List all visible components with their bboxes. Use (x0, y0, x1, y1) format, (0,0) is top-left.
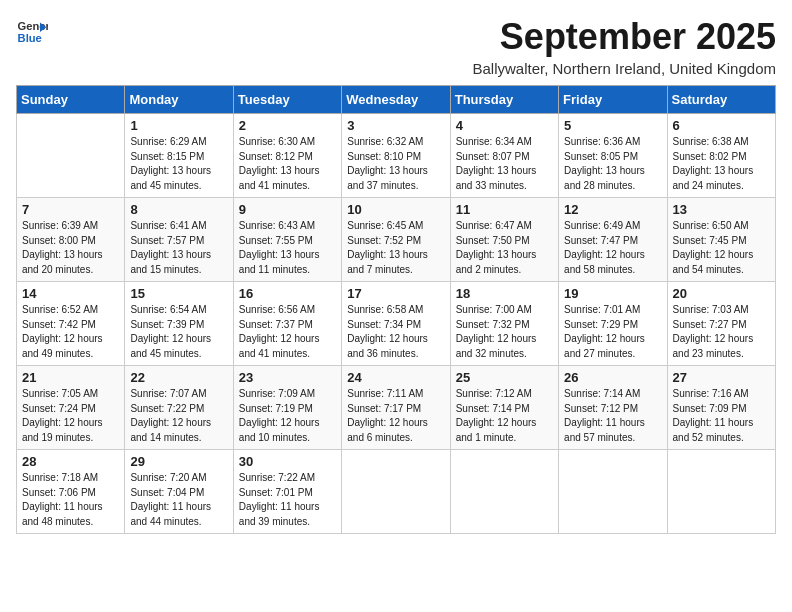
day-info: Sunrise: 6:50 AM Sunset: 7:45 PM Dayligh… (673, 219, 770, 277)
day-number: 25 (456, 370, 553, 385)
day-info: Sunrise: 6:58 AM Sunset: 7:34 PM Dayligh… (347, 303, 444, 361)
day-number: 15 (130, 286, 227, 301)
title-block: September 2025 Ballywalter, Northern Ire… (473, 16, 777, 77)
day-info: Sunrise: 7:01 AM Sunset: 7:29 PM Dayligh… (564, 303, 661, 361)
day-cell (342, 450, 450, 534)
col-header-sunday: Sunday (17, 86, 125, 114)
day-info: Sunrise: 7:14 AM Sunset: 7:12 PM Dayligh… (564, 387, 661, 445)
day-info: Sunrise: 6:36 AM Sunset: 8:05 PM Dayligh… (564, 135, 661, 193)
col-header-thursday: Thursday (450, 86, 558, 114)
day-cell: 16Sunrise: 6:56 AM Sunset: 7:37 PM Dayli… (233, 282, 341, 366)
day-number: 13 (673, 202, 770, 217)
day-number: 22 (130, 370, 227, 385)
day-cell: 6Sunrise: 6:38 AM Sunset: 8:02 PM Daylig… (667, 114, 775, 198)
day-number: 8 (130, 202, 227, 217)
day-number: 16 (239, 286, 336, 301)
day-cell: 22Sunrise: 7:07 AM Sunset: 7:22 PM Dayli… (125, 366, 233, 450)
day-cell: 30Sunrise: 7:22 AM Sunset: 7:01 PM Dayli… (233, 450, 341, 534)
day-number: 4 (456, 118, 553, 133)
day-cell: 24Sunrise: 7:11 AM Sunset: 7:17 PM Dayli… (342, 366, 450, 450)
day-cell: 18Sunrise: 7:00 AM Sunset: 7:32 PM Dayli… (450, 282, 558, 366)
col-header-monday: Monday (125, 86, 233, 114)
day-cell: 25Sunrise: 7:12 AM Sunset: 7:14 PM Dayli… (450, 366, 558, 450)
day-number: 28 (22, 454, 119, 469)
day-cell: 14Sunrise: 6:52 AM Sunset: 7:42 PM Dayli… (17, 282, 125, 366)
day-info: Sunrise: 7:05 AM Sunset: 7:24 PM Dayligh… (22, 387, 119, 445)
page-header: General Blue September 2025 Ballywalter,… (16, 16, 776, 77)
day-number: 17 (347, 286, 444, 301)
day-cell (559, 450, 667, 534)
day-info: Sunrise: 7:12 AM Sunset: 7:14 PM Dayligh… (456, 387, 553, 445)
day-info: Sunrise: 6:45 AM Sunset: 7:52 PM Dayligh… (347, 219, 444, 277)
day-cell: 2Sunrise: 6:30 AM Sunset: 8:12 PM Daylig… (233, 114, 341, 198)
day-cell: 21Sunrise: 7:05 AM Sunset: 7:24 PM Dayli… (17, 366, 125, 450)
day-number: 7 (22, 202, 119, 217)
day-info: Sunrise: 6:32 AM Sunset: 8:10 PM Dayligh… (347, 135, 444, 193)
day-info: Sunrise: 7:16 AM Sunset: 7:09 PM Dayligh… (673, 387, 770, 445)
col-header-tuesday: Tuesday (233, 86, 341, 114)
day-info: Sunrise: 6:30 AM Sunset: 8:12 PM Dayligh… (239, 135, 336, 193)
day-cell: 17Sunrise: 6:58 AM Sunset: 7:34 PM Dayli… (342, 282, 450, 366)
day-number: 26 (564, 370, 661, 385)
day-cell: 7Sunrise: 6:39 AM Sunset: 8:00 PM Daylig… (17, 198, 125, 282)
day-info: Sunrise: 6:52 AM Sunset: 7:42 PM Dayligh… (22, 303, 119, 361)
day-cell: 23Sunrise: 7:09 AM Sunset: 7:19 PM Dayli… (233, 366, 341, 450)
day-cell: 10Sunrise: 6:45 AM Sunset: 7:52 PM Dayli… (342, 198, 450, 282)
week-row-2: 7Sunrise: 6:39 AM Sunset: 8:00 PM Daylig… (17, 198, 776, 282)
day-cell (450, 450, 558, 534)
logo-icon: General Blue (16, 16, 48, 48)
col-header-friday: Friday (559, 86, 667, 114)
svg-text:Blue: Blue (18, 32, 42, 44)
day-cell (17, 114, 125, 198)
day-info: Sunrise: 6:39 AM Sunset: 8:00 PM Dayligh… (22, 219, 119, 277)
day-number: 18 (456, 286, 553, 301)
day-cell: 28Sunrise: 7:18 AM Sunset: 7:06 PM Dayli… (17, 450, 125, 534)
day-number: 19 (564, 286, 661, 301)
col-header-wednesday: Wednesday (342, 86, 450, 114)
day-cell: 3Sunrise: 6:32 AM Sunset: 8:10 PM Daylig… (342, 114, 450, 198)
day-cell: 13Sunrise: 6:50 AM Sunset: 7:45 PM Dayli… (667, 198, 775, 282)
day-info: Sunrise: 7:18 AM Sunset: 7:06 PM Dayligh… (22, 471, 119, 529)
day-info: Sunrise: 7:22 AM Sunset: 7:01 PM Dayligh… (239, 471, 336, 529)
day-number: 27 (673, 370, 770, 385)
day-info: Sunrise: 6:47 AM Sunset: 7:50 PM Dayligh… (456, 219, 553, 277)
day-cell: 5Sunrise: 6:36 AM Sunset: 8:05 PM Daylig… (559, 114, 667, 198)
week-row-4: 21Sunrise: 7:05 AM Sunset: 7:24 PM Dayli… (17, 366, 776, 450)
day-info: Sunrise: 7:09 AM Sunset: 7:19 PM Dayligh… (239, 387, 336, 445)
location: Ballywalter, Northern Ireland, United Ki… (473, 60, 777, 77)
day-number: 21 (22, 370, 119, 385)
day-info: Sunrise: 6:54 AM Sunset: 7:39 PM Dayligh… (130, 303, 227, 361)
month-title: September 2025 (473, 16, 777, 58)
day-info: Sunrise: 6:34 AM Sunset: 8:07 PM Dayligh… (456, 135, 553, 193)
day-number: 1 (130, 118, 227, 133)
day-cell: 15Sunrise: 6:54 AM Sunset: 7:39 PM Dayli… (125, 282, 233, 366)
day-number: 6 (673, 118, 770, 133)
day-cell: 20Sunrise: 7:03 AM Sunset: 7:27 PM Dayli… (667, 282, 775, 366)
col-header-saturday: Saturday (667, 86, 775, 114)
day-cell: 29Sunrise: 7:20 AM Sunset: 7:04 PM Dayli… (125, 450, 233, 534)
day-info: Sunrise: 7:03 AM Sunset: 7:27 PM Dayligh… (673, 303, 770, 361)
day-info: Sunrise: 7:20 AM Sunset: 7:04 PM Dayligh… (130, 471, 227, 529)
day-cell (667, 450, 775, 534)
day-number: 14 (22, 286, 119, 301)
day-cell: 8Sunrise: 6:41 AM Sunset: 7:57 PM Daylig… (125, 198, 233, 282)
day-cell: 19Sunrise: 7:01 AM Sunset: 7:29 PM Dayli… (559, 282, 667, 366)
day-info: Sunrise: 6:29 AM Sunset: 8:15 PM Dayligh… (130, 135, 227, 193)
header-row: SundayMondayTuesdayWednesdayThursdayFrid… (17, 86, 776, 114)
day-info: Sunrise: 6:43 AM Sunset: 7:55 PM Dayligh… (239, 219, 336, 277)
day-number: 11 (456, 202, 553, 217)
day-info: Sunrise: 7:07 AM Sunset: 7:22 PM Dayligh… (130, 387, 227, 445)
day-cell: 1Sunrise: 6:29 AM Sunset: 8:15 PM Daylig… (125, 114, 233, 198)
day-cell: 4Sunrise: 6:34 AM Sunset: 8:07 PM Daylig… (450, 114, 558, 198)
day-cell: 9Sunrise: 6:43 AM Sunset: 7:55 PM Daylig… (233, 198, 341, 282)
week-row-3: 14Sunrise: 6:52 AM Sunset: 7:42 PM Dayli… (17, 282, 776, 366)
calendar-table: SundayMondayTuesdayWednesdayThursdayFrid… (16, 85, 776, 534)
week-row-1: 1Sunrise: 6:29 AM Sunset: 8:15 PM Daylig… (17, 114, 776, 198)
day-number: 30 (239, 454, 336, 469)
day-number: 2 (239, 118, 336, 133)
day-number: 5 (564, 118, 661, 133)
day-cell: 11Sunrise: 6:47 AM Sunset: 7:50 PM Dayli… (450, 198, 558, 282)
day-info: Sunrise: 6:56 AM Sunset: 7:37 PM Dayligh… (239, 303, 336, 361)
week-row-5: 28Sunrise: 7:18 AM Sunset: 7:06 PM Dayli… (17, 450, 776, 534)
day-cell: 27Sunrise: 7:16 AM Sunset: 7:09 PM Dayli… (667, 366, 775, 450)
